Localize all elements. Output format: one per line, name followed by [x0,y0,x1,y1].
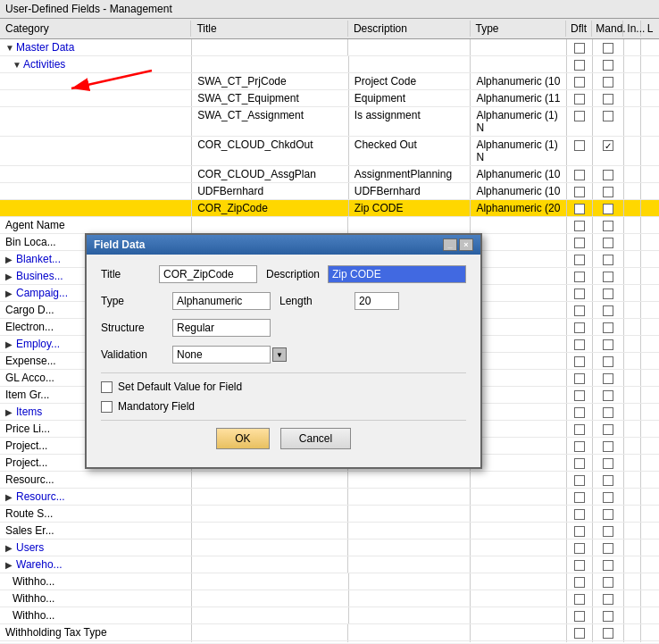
mand-cb[interactable] [603,221,613,231]
expand-icon[interactable]: ▶ [5,543,16,553]
category-campaign[interactable]: Campaig... [16,287,68,299]
mand-cb[interactable] [603,305,613,316]
mand-cb[interactable] [603,526,613,537]
category-wareho[interactable]: Wareho... [16,558,63,571]
dflt-cb[interactable] [574,77,585,88]
category-blanket[interactable]: Blanket... [16,253,61,265]
category-resourc2[interactable]: Resourc... [16,490,65,503]
mand-cb[interactable] [603,187,613,197]
dflt-cb[interactable] [574,60,585,71]
dflt-cb[interactable] [574,560,585,571]
mand-cb[interactable] [603,94,613,105]
mand-cb[interactable] [603,111,613,121]
mand-cb[interactable] [603,60,613,71]
mand-cb[interactable] [603,272,613,282]
field-title[interactable]: UDFBernhard [197,185,263,197]
dflt-cb[interactable] [574,441,585,452]
mand-cb[interactable] [603,509,613,520]
dialog-minimize-button[interactable]: _ [443,238,457,251]
category-business[interactable]: Busines... [16,270,63,282]
dflt-cb[interactable] [574,187,585,197]
set-default-checkbox[interactable] [101,381,113,393]
category-master-data[interactable]: Master Data [16,41,74,54]
field-title[interactable]: COR_CLOUD_ChkdOut [197,138,313,151]
field-title[interactable]: SWA_CT_PrjCode [197,75,287,88]
mand-cb[interactable] [603,577,613,588]
dflt-cb[interactable] [574,322,585,333]
dflt-cb[interactable] [574,339,585,350]
dflt-cb[interactable] [574,94,585,105]
validation-input[interactable] [172,346,271,364]
dflt-cb[interactable] [574,594,585,605]
type-input[interactable] [172,292,271,310]
mand-cb[interactable] [603,628,613,639]
dflt-cb[interactable] [574,289,585,299]
dflt-cb[interactable] [574,305,585,316]
mand-cb[interactable] [603,255,613,265]
dialog-close-button[interactable]: × [459,238,473,251]
ok-button[interactable]: OK [216,428,270,449]
dflt-cb[interactable] [574,543,585,554]
dflt-cb[interactable] [574,407,585,418]
mand-cb[interactable] [603,424,613,435]
dflt-cb[interactable] [574,111,585,121]
expand-icon[interactable]: ▶ [5,255,16,264]
mand-cb[interactable] [603,611,613,622]
mand-cb[interactable] [603,594,613,605]
dflt-cb[interactable] [574,255,585,265]
mand-cb[interactable] [603,289,613,299]
expand-icon[interactable]: ▶ [5,339,16,349]
dflt-cb[interactable] [574,221,585,231]
field-title[interactable]: SWA_CT_Equipment [197,92,299,105]
mand-cb[interactable] [603,43,613,54]
dflt-cb[interactable] [574,628,585,639]
title-input[interactable] [159,265,257,283]
mand-cb[interactable] [603,560,613,571]
description-input[interactable] [328,265,466,283]
dflt-cb[interactable] [574,424,585,435]
mand-cb[interactable] [603,204,613,214]
expand-icon[interactable]: ▶ [5,272,16,281]
dflt-cb[interactable] [574,356,585,367]
mand-cb[interactable] [603,543,613,554]
dflt-cb[interactable] [574,272,585,282]
expand-icon[interactable]: ▶ [5,407,16,417]
dflt-cb[interactable] [574,611,585,622]
mand-cb[interactable] [603,77,613,88]
expand-icon[interactable]: ▶ [5,492,16,502]
dflt-cb[interactable] [574,238,585,248]
dflt-cb[interactable] [574,526,585,537]
field-title[interactable]: COR_CLOUD_AssgPlan [197,168,316,180]
expand-icon[interactable]: ▶ [5,560,16,570]
expand-icon[interactable]: ▼ [5,43,16,53]
dflt-cb[interactable] [574,390,585,401]
field-title[interactable]: SWA_CT_Assignment [197,109,304,121]
category-activities[interactable]: Activities [23,58,65,71]
structure-input[interactable] [172,319,271,337]
mand-cb[interactable] [603,441,613,452]
expand-icon[interactable]: ▼ [13,60,23,70]
mand-cb[interactable] [603,475,613,486]
mand-cb[interactable] [603,492,613,503]
mand-cb[interactable] [603,238,613,248]
mand-cb[interactable] [603,356,613,367]
mand-cb[interactable] [603,140,613,151]
field-title-zipcode[interactable]: COR_ZipCode [197,202,268,214]
category-items[interactable]: Items [16,406,42,418]
dflt-cb[interactable] [574,170,585,180]
dflt-cb[interactable] [574,140,585,151]
dflt-cb[interactable] [574,577,585,588]
dflt-cb[interactable] [574,492,585,503]
dflt-cb[interactable] [574,475,585,486]
dflt-cb[interactable] [574,204,585,214]
length-input[interactable] [355,292,399,310]
category-users[interactable]: Users [16,541,44,554]
mand-cb[interactable] [603,322,613,333]
mand-cb[interactable] [603,390,613,401]
mand-cb[interactable] [603,458,613,469]
dflt-cb[interactable] [574,458,585,469]
dflt-cb[interactable] [574,43,585,54]
dflt-cb[interactable] [574,509,585,520]
table-row-highlighted[interactable]: COR_ZipCode Zip CODE Alphanumeric (20 [0,200,659,217]
mandatory-field-checkbox[interactable] [101,401,113,413]
